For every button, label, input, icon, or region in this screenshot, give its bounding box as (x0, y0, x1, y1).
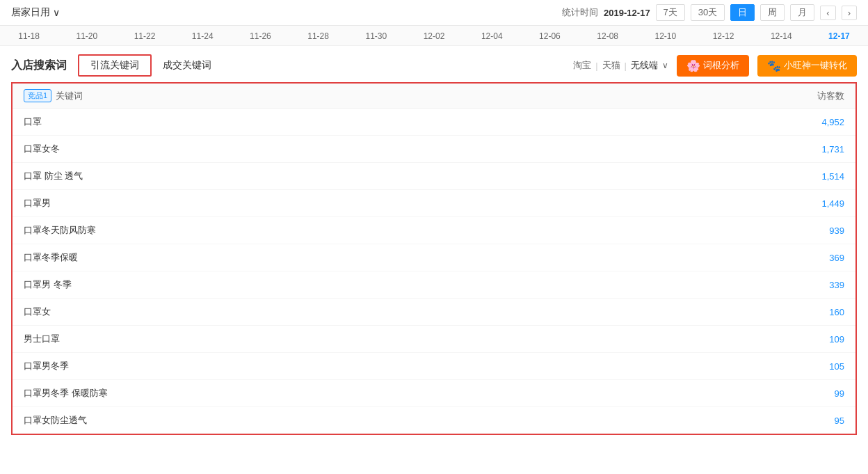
tab-yinliu[interactable]: 引流关键词 (78, 54, 152, 77)
platform-wireless[interactable]: 无线端 (631, 59, 658, 72)
table-row: 口罩 防尘 透气 1,514 (13, 163, 855, 190)
section-title: 入店搜索词 (11, 58, 67, 73)
btn-7days[interactable]: 7天 (656, 4, 685, 21)
table-row: 男士口罩 109 (13, 326, 855, 353)
stat-time-label: 统计时间 (562, 6, 598, 19)
table-row: 口罩女 160 (13, 299, 855, 326)
visitor-count: 160 (803, 307, 844, 317)
keyword-name: 口罩男冬季 保暖防寒 (24, 387, 803, 400)
table-row: 口罩冬季保暖 369 (13, 244, 855, 271)
date-item[interactable]: 11-18 (0, 31, 58, 41)
table-row: 口罩 4,952 (13, 109, 855, 136)
date-item[interactable]: 12-14 (753, 31, 810, 41)
platform-links: 淘宝 | 天猫 | 无线端 ∨ (573, 59, 668, 72)
xiaowang-btn[interactable]: 🐾 小旺神一键转化 (757, 55, 857, 77)
platform-taobao[interactable]: 淘宝 (573, 59, 591, 72)
table-header: 竞品1 关键词 访客数 (13, 84, 855, 109)
visitor-count: 1,731 (803, 144, 844, 155)
visitor-count: 939 (803, 226, 844, 236)
date-item[interactable]: 11-20 (58, 31, 115, 41)
visitor-count: 105 (803, 361, 844, 372)
table-row: 口罩女冬 1,731 (13, 136, 855, 163)
date-item[interactable]: 12-06 (521, 31, 579, 41)
date-item[interactable]: 12-10 (636, 31, 694, 41)
visitor-count: 369 (803, 253, 844, 263)
platform-tianmao[interactable]: 天猫 (602, 59, 620, 72)
btn-week[interactable]: 周 (760, 4, 785, 21)
visitor-count: 109 (803, 334, 844, 345)
btn-30days[interactable]: 30天 (691, 4, 725, 21)
stat-date: 2019-12-17 (604, 8, 650, 18)
table-header-left: 竞品1 关键词 (24, 89, 817, 102)
competitor-badge: 竞品1 (24, 89, 51, 102)
xiaowang-label: 小旺神一键转化 (784, 59, 847, 72)
keyword-name: 口罩冬季保暖 (24, 251, 803, 264)
visitor-count: 1,514 (803, 171, 844, 182)
keyword-name: 男士口罩 (24, 333, 803, 345)
col-keyword-header: 关键词 (56, 90, 83, 102)
date-item[interactable]: 12-08 (579, 31, 636, 41)
prev-arrow-btn[interactable]: ‹ (820, 6, 835, 20)
visitor-count: 1,449 (803, 198, 844, 209)
keyword-name: 口罩女防尘透气 (24, 414, 803, 427)
tab-left: 入店搜索词 引流关键词 成交关键词 (11, 54, 223, 77)
tab-container: 入店搜索词 引流关键词 成交关键词 淘宝 | 天猫 | 无线端 ∨ 🌸 词根分析… (11, 54, 857, 77)
top-bar-right: 统计时间 2019-12-17 7天 30天 日 周 月 ‹ › (562, 4, 857, 21)
cixi-analysis-btn[interactable]: 🌸 词根分析 (677, 55, 749, 77)
top-bar: 居家日用 ∨ 统计时间 2019-12-17 7天 30天 日 周 月 ‹ › (0, 0, 868, 26)
keyword-name: 口罩男冬季 (24, 360, 803, 372)
table-row: 口罩男冬季 105 (13, 353, 855, 380)
keyword-name: 口罩 防尘 透气 (24, 170, 803, 182)
visitor-count: 4,952 (803, 117, 844, 127)
dropdown-arrow-icon: ∨ (53, 7, 60, 18)
visitor-count: 339 (803, 280, 844, 290)
platform-dropdown-icon[interactable]: ∨ (662, 61, 668, 70)
btn-month[interactable]: 月 (790, 4, 814, 21)
table-row: 口罩冬天防风防寒 939 (13, 217, 855, 244)
date-item[interactable]: 12-04 (463, 31, 521, 41)
xiaowang-icon: 🐾 (767, 59, 781, 72)
category-selector[interactable]: 居家日用 ∨ (11, 6, 60, 19)
search-section: 入店搜索词 引流关键词 成交关键词 淘宝 | 天猫 | 无线端 ∨ 🌸 词根分析… (0, 46, 868, 77)
cixi-icon: 🌸 (686, 59, 700, 72)
next-arrow-btn[interactable]: › (842, 6, 857, 20)
keyword-name: 口罩 (24, 116, 803, 128)
date-item[interactable]: 11-22 (115, 31, 173, 41)
tab-chengjiao[interactable]: 成交关键词 (152, 56, 223, 75)
date-item[interactable]: 11-30 (347, 31, 405, 41)
date-item[interactable]: 11-28 (289, 31, 347, 41)
date-item[interactable]: 11-24 (174, 31, 232, 41)
table-row: 口罩女防尘透气 95 (13, 407, 855, 434)
keyword-name: 口罩男 (24, 197, 803, 210)
keyword-name: 口罩女 (24, 306, 803, 318)
keyword-name: 口罩女冬 (24, 143, 803, 155)
table-row: 口罩男 1,449 (13, 190, 855, 217)
date-item[interactable]: 11-26 (232, 31, 289, 41)
date-item[interactable]: 12-12 (694, 31, 752, 41)
table-row: 口罩男冬季 保暖防寒 99 (13, 380, 855, 407)
date-item[interactable]: 12-02 (405, 31, 463, 41)
date-item-active[interactable]: 12-17 (810, 31, 868, 41)
date-bar: 11-18 11-20 11-22 11-24 11-26 11-28 11-3… (0, 26, 868, 46)
keyword-name: 口罩冬天防风防寒 (24, 224, 803, 237)
col-visitors-header: 访客数 (817, 90, 844, 102)
keyword-name: 口罩男 冬季 (24, 278, 803, 291)
visitor-count: 99 (803, 388, 844, 399)
visitor-count: 95 (803, 416, 844, 426)
table-row: 口罩男 冬季 339 (13, 271, 855, 299)
cixi-label: 词根分析 (703, 59, 739, 72)
tab-right: 淘宝 | 天猫 | 无线端 ∨ 🌸 词根分析 🐾 小旺神一键转化 (573, 55, 857, 77)
keyword-table-wrapper: 竞品1 关键词 访客数 口罩 4,952 口罩女冬 1,731 口罩 防尘 透气… (11, 82, 857, 435)
category-label: 居家日用 (11, 6, 50, 19)
btn-day[interactable]: 日 (730, 4, 755, 21)
